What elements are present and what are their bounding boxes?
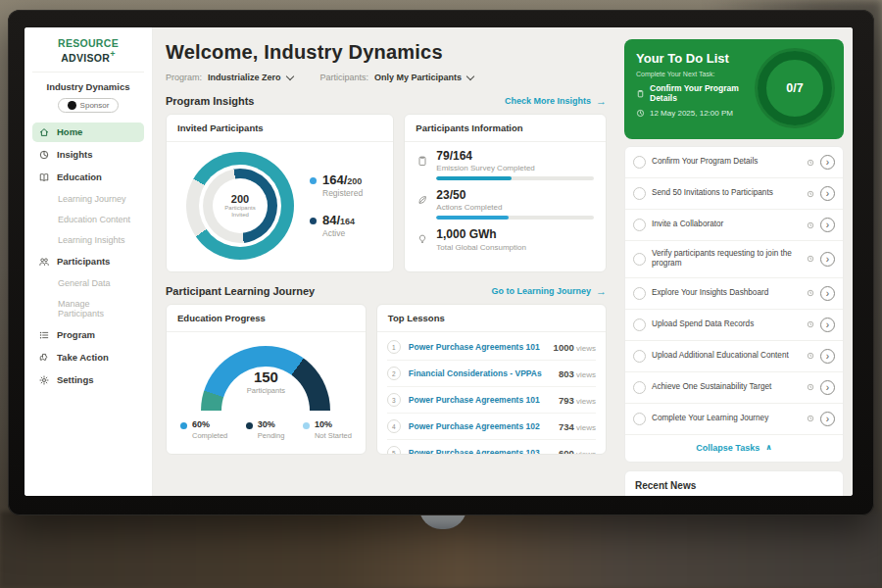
todo-subtitle: Complete Your Next Task: [636, 71, 750, 77]
lesson-link[interactable]: Power Purchase Agreements 102 [409, 421, 551, 431]
task-checkbox[interactable] [633, 381, 646, 394]
lesson-link[interactable]: Power Purchase Agreements 101 [409, 395, 551, 405]
task-checkbox[interactable] [633, 156, 646, 169]
clock-icon [807, 159, 814, 167]
lesson-rank: 2 [387, 367, 401, 380]
insights-cards-row: Invited Participants 200 Participants In… [166, 114, 607, 272]
chevron-right-icon: › [826, 254, 829, 265]
sidebar-item-general-data[interactable]: General Data [32, 274, 144, 292]
task-checkbox[interactable] [633, 253, 646, 266]
puzzle-icon [38, 352, 50, 364]
clipboard-icon [636, 89, 645, 98]
task-open-button[interactable]: › [820, 218, 835, 232]
brand-logo: RESOURCE ADVISOR+ [32, 37, 144, 73]
sidebar-nav: Home Insights Education Learning Journey… [24, 121, 152, 392]
sidebar-item-learning-journey[interactable]: Learning Journey [32, 190, 144, 208]
lesson-row: 4 Power Purchase Agreements 102 734 view… [387, 414, 596, 440]
chevron-up-icon: ∧ [765, 443, 772, 452]
gauge-center-label: Participants [201, 386, 330, 395]
sponsor-badge: Sponsor [58, 98, 120, 113]
task-open-button[interactable]: › [820, 155, 835, 170]
sidebar-item-home[interactable]: Home [32, 122, 144, 142]
sidebar-item-settings[interactable]: Settings [32, 370, 144, 390]
task-list: Confirm Your Program Details › Send 50 I… [624, 146, 844, 463]
legend-item-active: 84/164 Active [310, 214, 363, 238]
task-checkbox[interactable] [633, 413, 646, 425]
arrow-right-icon: → [596, 285, 607, 297]
invited-participants-card: Invited Participants 200 Participants In… [166, 114, 394, 272]
card-title: Education Progress [167, 305, 366, 332]
task-open-button[interactable]: › [820, 412, 835, 426]
task-open-button[interactable]: › [820, 286, 835, 301]
todo-progress-count: 0/7 [786, 81, 803, 95]
participants-filter-label: Participants: [320, 73, 369, 82]
clock-icon [807, 255, 814, 263]
participants-dropdown[interactable]: Only My Participants [374, 73, 473, 82]
task-open-button[interactable]: › [820, 349, 835, 364]
sidebar-item-education-content[interactable]: Education Content [32, 211, 144, 228]
clock-icon [807, 383, 814, 391]
legend-item-pending: 30% Pending [246, 420, 285, 440]
sidebar-item-manage-participants[interactable]: Manage Participants [32, 295, 144, 322]
learning-journey-header: Participant Learning Journey Go to Learn… [166, 285, 607, 297]
top-lessons-card: Top Lessons 1 Power Purchase Agreements … [376, 304, 607, 455]
sidebar-item-education[interactable]: Education [32, 168, 144, 187]
task-row: Explore Your Insights Dashboard › [625, 278, 843, 310]
task-checkbox[interactable] [633, 287, 646, 300]
lesson-rank: 1 [387, 340, 401, 354]
education-progress-gauge-chart: 150 Participants [201, 346, 330, 411]
clock-icon [807, 190, 814, 198]
lesson-link[interactable]: Power Purchase Agreements 103 [409, 448, 551, 455]
task-checkbox[interactable] [633, 187, 646, 200]
task-row: Confirm Your Program Details › [625, 147, 843, 178]
stat-global-consumption: 1,000 GWh Total Global Consumption [416, 228, 594, 255]
app-window: RESOURCE ADVISOR+ Industry Dynamics Spon… [24, 27, 853, 496]
sidebar-item-program[interactable]: Program [32, 325, 144, 345]
todo-due-date: 12 May 2025, 12:00 PM [650, 109, 733, 118]
page-title: Welcome, Industry Dynamics [166, 41, 607, 64]
lesson-row: 2 Financial Considerations - VPPAs 803 v… [387, 361, 596, 387]
gauge-legend: 60% Completed 30% Pending [176, 411, 356, 440]
chevron-right-icon: › [826, 319, 829, 330]
legend-item-registered: 164/200 Registered [310, 173, 363, 198]
task-open-button[interactable]: › [820, 186, 835, 201]
sidebar: RESOURCE ADVISOR+ Industry Dynamics Spon… [24, 27, 153, 496]
sidebar-item-learning-insights[interactable]: Learning Insights [32, 231, 144, 249]
go-to-learning-journey-link[interactable]: Go to Learning Journey → [491, 285, 607, 297]
todo-summary-card: Your To Do List Complete Your Next Task:… [624, 39, 844, 139]
photo-scene: RESOURCE ADVISOR+ Industry Dynamics Spon… [0, 0, 882, 588]
program-dropdown[interactable]: Industrialize Zero [208, 73, 293, 82]
task-checkbox[interactable] [633, 318, 646, 331]
task-row: Upload Additional Educational Content › [625, 341, 843, 372]
program-filter-label: Program: [166, 73, 202, 82]
collapse-tasks-link[interactable]: Collapse Tasks ∧ [625, 435, 843, 462]
chevron-down-icon [285, 72, 293, 79]
monitor-bezel: RESOURCE ADVISOR+ Industry Dynamics Spon… [8, 10, 874, 515]
stat-emission-survey: 79/164 Emission Survey Completed [416, 150, 594, 180]
todo-panel: Your To Do List Complete Your Next Task:… [616, 27, 853, 496]
task-row: Verify participants requesting to join t… [625, 241, 843, 278]
task-checkbox[interactable] [633, 350, 646, 363]
task-row: Send 50 Invitations to Participants › [625, 178, 843, 210]
lesson-rank: 5 [387, 446, 401, 455]
people-icon [38, 256, 50, 268]
sidebar-item-insights[interactable]: Insights [32, 145, 144, 165]
filter-bar: Program: Industrialize Zero Participants… [166, 73, 607, 82]
task-row: Invite a Collaborator › [625, 210, 843, 241]
check-more-insights-link[interactable]: Check More Insights → [505, 95, 607, 107]
task-open-button[interactable]: › [820, 380, 835, 395]
journey-cards-row: Education Progress 150 Participants [166, 304, 607, 455]
sponsor-icon [68, 101, 76, 110]
chevron-down-icon [466, 72, 474, 79]
task-open-button[interactable]: › [820, 252, 835, 267]
task-checkbox[interactable] [633, 219, 646, 231]
lesson-link[interactable]: Power Purchase Agreements 101 [409, 342, 546, 352]
chevron-right-icon: › [826, 382, 829, 393]
chevron-right-icon: › [826, 220, 829, 230]
lesson-link[interactable]: Financial Considerations - VPPAs [409, 368, 551, 378]
donut-legend: 164/200 Registered 84/164 Active [310, 173, 363, 238]
sidebar-item-participants[interactable]: Participants [32, 252, 144, 271]
sidebar-item-take-action[interactable]: Take Action [32, 348, 144, 368]
task-open-button[interactable]: › [820, 318, 835, 332]
clock-icon [807, 289, 814, 297]
